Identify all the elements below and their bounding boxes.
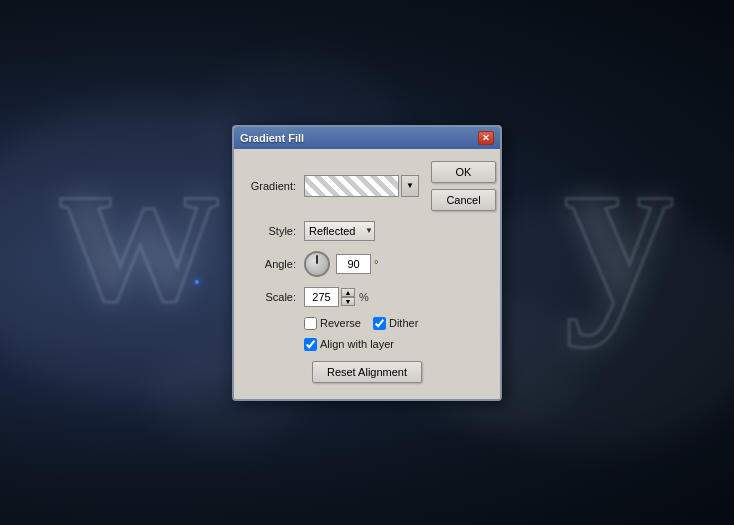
angle-input[interactable] (336, 254, 371, 274)
reverse-checkbox[interactable] (304, 317, 317, 330)
canvas-text-v: y (564, 100, 674, 353)
gradient-dropdown-button[interactable]: ▼ (401, 175, 419, 197)
cancel-button[interactable]: Cancel (431, 189, 496, 211)
ok-button[interactable]: OK (431, 161, 496, 183)
align-layer-label: Align with layer (320, 338, 394, 350)
style-select[interactable]: Linear Radial Angle Reflected Diamond (304, 221, 375, 241)
reverse-dither-row: Reverse Dither (248, 317, 486, 330)
gradient-preview[interactable] (304, 175, 399, 197)
scale-spinner: ▲ ▼ (341, 288, 355, 306)
style-label: Style: (248, 225, 296, 237)
angle-knob[interactable] (304, 251, 330, 277)
dialog-overlay: Gradient Fill ✕ Gradient: ▼ OK (232, 125, 502, 401)
dither-checkbox[interactable] (373, 317, 386, 330)
scale-up-button[interactable]: ▲ (341, 288, 355, 297)
angle-label: Angle: (248, 258, 296, 270)
align-layer-checkbox[interactable] (304, 338, 317, 351)
scale-label: Scale: (248, 291, 296, 303)
reset-alignment-button[interactable]: Reset Alignment (312, 361, 422, 383)
dialog-body: Gradient: ▼ OK Cancel Style: (234, 149, 500, 399)
canvas-text-u: w (60, 100, 219, 353)
style-row: Style: Linear Radial Angle Reflected Dia… (248, 221, 486, 241)
reset-alignment-row: Reset Alignment (248, 361, 486, 387)
degree-symbol: ° (374, 258, 378, 270)
dialog-title: Gradient Fill (240, 132, 304, 144)
canvas-background: w y Gradient Fill ✕ Gradient: ▼ (0, 0, 734, 525)
scale-input[interactable] (304, 287, 339, 307)
percent-label: % (359, 291, 369, 303)
gradient-fill-dialog: Gradient Fill ✕ Gradient: ▼ OK (232, 125, 502, 401)
angle-row: Angle: ° (248, 251, 486, 277)
ok-cancel-column: OK Cancel (431, 161, 496, 211)
align-layer-checkbox-item: Align with layer (304, 338, 394, 351)
dialog-titlebar: Gradient Fill ✕ (234, 127, 500, 149)
dither-label: Dither (389, 317, 418, 329)
reverse-checkbox-item: Reverse (304, 317, 361, 330)
align-layer-row: Align with layer (248, 338, 486, 351)
style-select-wrapper: Linear Radial Angle Reflected Diamond ▼ (304, 221, 375, 241)
scale-row: Scale: ▲ ▼ % (248, 287, 486, 307)
scale-down-button[interactable]: ▼ (341, 297, 355, 306)
dither-checkbox-item: Dither (373, 317, 418, 330)
gradient-picker-container: ▼ (304, 175, 419, 197)
close-button[interactable]: ✕ (478, 131, 494, 145)
gradient-label: Gradient: (248, 180, 296, 192)
reverse-label: Reverse (320, 317, 361, 329)
